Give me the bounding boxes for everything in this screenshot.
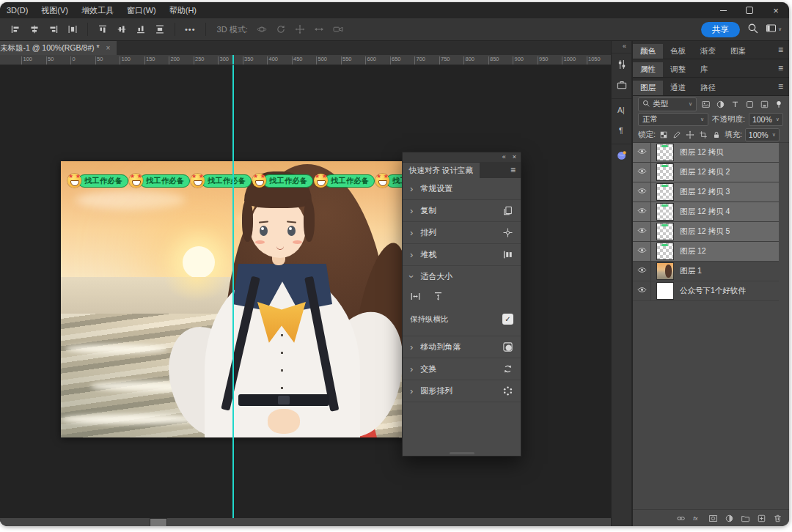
- layer-name[interactable]: 图层 12 拷贝: [680, 147, 724, 158]
- layer-row[interactable]: 图层 12 拷贝 5: [633, 222, 779, 242]
- menu-item[interactable]: 窗口(W): [120, 2, 163, 18]
- layer-name[interactable]: 图层 12 拷贝 2: [680, 167, 730, 177]
- smart-icon[interactable]: [759, 99, 770, 110]
- menu-item[interactable]: 视图(V): [34, 2, 75, 18]
- move-icon[interactable]: [685, 130, 695, 139]
- keep-aspect-checkbox[interactable]: ✓: [502, 314, 513, 325]
- canvas-image[interactable]: ★★ 找工作必备 ★★ 找工作必备 ★★ 找工作必备: [61, 161, 408, 437]
- layer-name[interactable]: 图层 1: [680, 266, 702, 276]
- share-button[interactable]: 共享: [701, 22, 740, 37]
- section-header[interactable]: › 交换: [403, 358, 521, 380]
- briefcase-icon[interactable]: [616, 79, 628, 91]
- menu-item[interactable]: 增效工具: [75, 2, 120, 18]
- align-center-h-icon[interactable]: [26, 22, 43, 37]
- brush-icon[interactable]: [672, 130, 682, 139]
- slide-icon[interactable]: [311, 22, 327, 37]
- checker-icon[interactable]: [659, 130, 669, 139]
- panel-menu-icon[interactable]: ≡: [772, 45, 789, 55]
- visibility-toggle[interactable]: [633, 202, 651, 221]
- align-distribute-h-icon[interactable]: [65, 22, 81, 37]
- layer-name[interactable]: 图层 12 拷贝 4: [680, 207, 730, 217]
- panel-tab[interactable]: 调整: [663, 62, 693, 77]
- section-header[interactable]: › 堆栈: [403, 244, 521, 265]
- layer-thumbnail[interactable]: [656, 223, 674, 240]
- section-header[interactable]: › 排列: [403, 222, 521, 243]
- horizontal-ruler[interactable]: 1005005010015020025030035040045050055060…: [0, 55, 611, 65]
- fit-width-icon[interactable]: [410, 291, 421, 302]
- panel-tab[interactable]: 库: [693, 62, 716, 77]
- new-layer-icon[interactable]: [757, 514, 766, 523]
- layer-name[interactable]: 图层 12 拷贝 5: [680, 226, 730, 237]
- panel-tab[interactable]: 图案: [723, 44, 753, 59]
- collapse-panel-icon[interactable]: «: [502, 154, 506, 160]
- roll-icon[interactable]: [273, 22, 289, 37]
- adjust-icon[interactable]: [725, 514, 734, 523]
- layer-filter-select[interactable]: 类型 ∨: [638, 97, 697, 111]
- layer-row[interactable]: 图层 12 拷贝 2: [633, 163, 779, 182]
- section-header[interactable]: › 适合大小: [403, 266, 521, 287]
- section-header[interactable]: › 移动到角落: [403, 336, 521, 358]
- overflow-menu-button[interactable]: •••: [182, 25, 199, 34]
- layer-thumbnail[interactable]: [656, 163, 674, 181]
- layer-name[interactable]: 图层 12 拷贝 3: [680, 187, 730, 197]
- pin-icon[interactable]: [774, 99, 784, 109]
- visibility-toggle[interactable]: [633, 163, 651, 182]
- align-bottom-icon[interactable]: [133, 22, 149, 37]
- mask-icon[interactable]: [708, 514, 718, 523]
- pasteboard[interactable]: ★★ 找工作必备 ★★ 找工作必备 ★★ 找工作必备: [0, 65, 611, 526]
- panel-tab[interactable]: 属性: [633, 62, 663, 77]
- panel-tab[interactable]: 通道: [663, 81, 693, 95]
- sphere-icon[interactable]: [616, 149, 628, 161]
- visibility-toggle[interactable]: [633, 143, 651, 162]
- artboard-icon[interactable]: [698, 130, 708, 139]
- sliders-icon[interactable]: [616, 59, 628, 70]
- panel-tab[interactable]: 路径: [693, 81, 723, 95]
- vertical-guide[interactable]: [232, 65, 234, 518]
- section-header[interactable]: › 复制: [403, 200, 521, 221]
- pan-icon[interactable]: [292, 22, 308, 37]
- layer-row[interactable]: 图层 12 拷贝 4: [633, 202, 779, 222]
- character-icon[interactable]: A|: [616, 104, 628, 116]
- layer-thumbnail[interactable]: [656, 262, 674, 280]
- layer-row[interactable]: 图层 12 拷贝 3: [633, 182, 779, 202]
- paragraph-icon[interactable]: ¶: [616, 125, 628, 136]
- panel-menu-icon[interactable]: ≡: [772, 81, 789, 92]
- align-top-icon[interactable]: [95, 22, 111, 37]
- type-icon[interactable]: [730, 99, 741, 110]
- orbit-icon[interactable]: [254, 22, 270, 37]
- visibility-toggle[interactable]: [633, 222, 651, 241]
- panel-tab[interactable]: 渐变: [693, 44, 723, 59]
- section-header[interactable]: › 常规设置: [403, 178, 521, 199]
- panel-menu-icon[interactable]: ≡: [772, 63, 789, 73]
- expand-dock-icon[interactable]: «: [623, 41, 631, 50]
- document-tab[interactable]: 未标题-1 @ 100%(RGB/8#) * ×: [0, 41, 117, 55]
- scrollbar-thumb[interactable]: [150, 518, 167, 526]
- link-icon[interactable]: [676, 514, 686, 523]
- align-middle-icon[interactable]: [114, 22, 130, 37]
- panel-tab[interactable]: 色板: [663, 44, 693, 59]
- layer-thumbnail[interactable]: [656, 144, 674, 161]
- align-distribute-v-icon[interactable]: [152, 22, 168, 37]
- opacity-value[interactable]: 100% ∨: [749, 113, 783, 126]
- adjust-icon[interactable]: [715, 99, 726, 110]
- layer-row[interactable]: 图层 12 拷贝: [633, 143, 779, 163]
- visibility-toggle[interactable]: [633, 242, 651, 261]
- pixel-icon[interactable]: [700, 99, 711, 110]
- trash-icon[interactable]: [773, 514, 782, 523]
- minimize-button[interactable]: [710, 2, 736, 18]
- restore-button[interactable]: [736, 2, 763, 18]
- panel-resize-grip[interactable]: [403, 451, 521, 456]
- visibility-toggle[interactable]: [633, 182, 651, 202]
- panel-tab[interactable]: 颜色: [633, 44, 663, 59]
- layer-thumbnail[interactable]: [656, 282, 674, 300]
- layer-name[interactable]: 图层 12: [680, 246, 706, 256]
- fill-value[interactable]: 100% ∨: [745, 128, 780, 141]
- camera-icon[interactable]: [330, 22, 346, 37]
- lock-icon[interactable]: [711, 130, 722, 139]
- layer-row[interactable]: 图层 12: [633, 242, 779, 262]
- close-panel-icon[interactable]: ×: [513, 154, 516, 160]
- section-header[interactable]: › 圆形排列: [403, 380, 521, 402]
- align-left-icon[interactable]: [7, 22, 23, 37]
- horizontal-scrollbar[interactable]: [0, 518, 611, 526]
- fx-icon[interactable]: fx: [692, 514, 702, 523]
